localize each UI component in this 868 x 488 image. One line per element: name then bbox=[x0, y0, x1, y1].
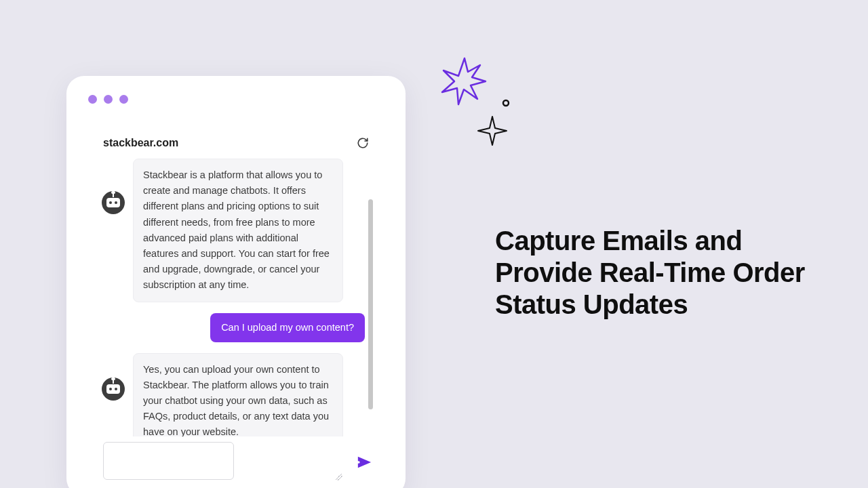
headline: Capture Emails and Provide Real-Time Ord… bbox=[495, 225, 821, 321]
scrollbar-thumb[interactable] bbox=[368, 199, 373, 409]
chat-window-card: stackbear.com Stackbear is a platform th… bbox=[66, 76, 406, 488]
message-bot: Yes, you can upload your own content to … bbox=[102, 353, 365, 436]
chat-messages[interactable]: Stackbear is a platform that allows you … bbox=[102, 159, 373, 436]
message-bubble: Can I upload my own content? bbox=[210, 313, 365, 342]
chat-input[interactable] bbox=[103, 442, 234, 480]
chat-input-row bbox=[102, 436, 373, 483]
svg-point-0 bbox=[503, 100, 509, 106]
bot-avatar-icon bbox=[102, 191, 125, 214]
message-bot: Stackbear is a platform that allows you … bbox=[102, 159, 365, 302]
window-dot-maximize[interactable] bbox=[119, 95, 128, 104]
decorative-sparkles-icon bbox=[427, 50, 522, 152]
window-controls bbox=[88, 95, 128, 104]
message-bubble: Yes, you can upload your own content to … bbox=[133, 353, 343, 436]
resize-grip-icon[interactable] bbox=[336, 474, 342, 481]
bot-avatar-icon bbox=[102, 378, 125, 401]
chat-widget: stackbear.com Stackbear is a platform th… bbox=[102, 130, 373, 483]
window-dot-minimize[interactable] bbox=[104, 95, 113, 104]
send-icon[interactable] bbox=[357, 455, 372, 470]
chat-title: stackbear.com bbox=[103, 137, 178, 149]
message-user: Can I upload my own content? bbox=[102, 313, 365, 342]
window-dot-close[interactable] bbox=[88, 95, 97, 104]
refresh-icon[interactable] bbox=[357, 137, 369, 149]
chat-header: stackbear.com bbox=[102, 130, 373, 159]
message-bubble: Stackbear is a platform that allows you … bbox=[133, 159, 343, 302]
